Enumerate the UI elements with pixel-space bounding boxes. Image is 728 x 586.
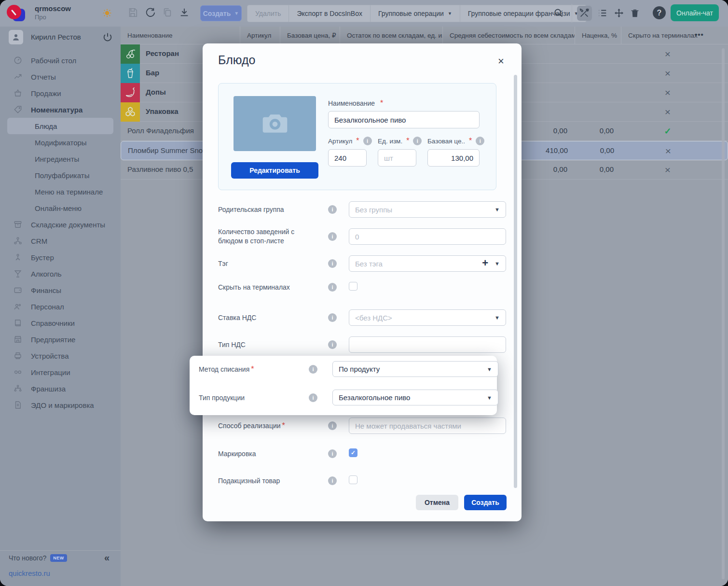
sidebar-item-semifinished[interactable]: Полуфабрикаты <box>0 167 121 183</box>
sidebar-item-alcohol[interactable]: Алкоголь <box>0 265 121 282</box>
edit-photo-button[interactable]: Редактировать <box>231 162 318 179</box>
column-header-markup[interactable]: Наценка, % <box>575 27 621 44</box>
writeoff-method-select[interactable]: По продукту ▼ <box>332 361 498 377</box>
hidden-cross-mark: × <box>621 83 714 102</box>
collapse-sidebar-icon[interactable]: « <box>104 552 110 563</box>
sidebar-item-terminal-menu[interactable]: Меню на терминале <box>0 183 121 200</box>
delete-button[interactable]: Удалить <box>247 5 288 22</box>
sidebar-item-reports[interactable]: Отчеты <box>0 69 121 85</box>
sidebar-item-directories[interactable]: Справочники <box>0 315 121 331</box>
sidebar-item-franchise[interactable]: Франшиза <box>0 380 121 397</box>
info-icon[interactable]: i <box>328 476 337 485</box>
form-row-marking: Маркировка i ✓ <box>218 448 506 459</box>
sidebar-item-warehouse-docs[interactable]: Складские документы <box>0 216 121 233</box>
cherries-icon <box>121 44 140 64</box>
logout-power-icon[interactable] <box>102 32 113 42</box>
list-icon[interactable] <box>597 8 609 19</box>
copy-icon[interactable] <box>162 7 174 19</box>
column-header-avg-cost[interactable]: Средняя себестоимость по всем складам, ₽ <box>443 27 575 44</box>
unit-input[interactable] <box>378 149 416 167</box>
info-icon[interactable]: i <box>328 283 337 292</box>
form-row-writeoff-method: Метод списания* i По продукту ▼ <box>199 361 488 377</box>
column-header-stock[interactable]: Остаток по всем складам, ед. изм. <box>340 27 443 44</box>
info-icon[interactable]: i <box>309 393 317 402</box>
group-operations-franchise-button[interactable]: Групповые операции франчайзи▼ <box>460 5 586 22</box>
export-docsinbox-button[interactable]: Экспорт в DocsInBox <box>288 5 370 22</box>
sidebar-item-integrations[interactable]: Интеграции <box>0 364 121 380</box>
quickresto-site-link[interactable]: quickresto.ru <box>9 569 50 577</box>
marking-checkbox[interactable]: ✓ <box>349 448 357 457</box>
info-icon[interactable]: i <box>328 340 337 349</box>
group-operations-button[interactable]: Групповые операции▼ <box>370 5 460 22</box>
parent-group-select[interactable]: Без группы ▼ <box>349 201 506 218</box>
name-field-label: Наименование* <box>328 99 383 108</box>
sidebar-item-sales[interactable]: Продажи <box>0 85 121 101</box>
table-scrollbar[interactable] <box>722 48 725 579</box>
excisable-checkbox[interactable] <box>349 475 357 484</box>
alcohol-icon <box>14 269 22 278</box>
product-type-select[interactable]: Безалкогольное пиво ▼ <box>332 390 498 405</box>
move-icon[interactable] <box>614 8 625 19</box>
theme-sun-icon[interactable] <box>102 8 112 18</box>
modal-create-button[interactable]: Создать <box>464 495 507 510</box>
create-button[interactable]: Создать ▼ <box>200 5 242 21</box>
vat-rate-select[interactable]: <без НДС> ▼ <box>349 309 506 326</box>
column-header-sku[interactable]: Артикул <box>240 27 280 44</box>
info-icon[interactable]: i <box>328 313 337 322</box>
sidebar-item-enterprise[interactable]: Предприятие <box>0 331 121 348</box>
info-icon[interactable]: i <box>476 137 484 145</box>
sidebar-item-booster[interactable]: Бустер <box>0 249 121 265</box>
user-row[interactable]: Кирилл Рестов <box>0 27 121 48</box>
online-chat-button[interactable]: Онлайн-чат <box>671 4 719 21</box>
modal-scrollbar[interactable] <box>514 75 517 488</box>
hidden-cross-mark: × <box>621 44 714 64</box>
hide-on-terminals-checkbox[interactable] <box>349 282 357 291</box>
column-header-name[interactable]: Наименование <box>121 27 240 44</box>
info-icon[interactable]: i <box>413 137 422 145</box>
honeycomb-icon <box>121 102 140 122</box>
info-icon[interactable]: i <box>328 232 337 241</box>
download-icon[interactable] <box>179 7 191 19</box>
info-icon[interactable]: i <box>309 365 317 374</box>
whats-new-link[interactable]: Что нового? NEW <box>9 554 67 562</box>
name-input[interactable] <box>328 111 480 128</box>
column-header-hidden[interactable]: Скрыто на терминалах <box>621 27 728 44</box>
info-icon[interactable]: i <box>328 205 337 214</box>
sidebar-item-modifiers[interactable]: Модификаторы <box>0 134 121 151</box>
drink-icon <box>121 64 140 83</box>
refresh-icon[interactable] <box>145 7 156 19</box>
column-header-base-price[interactable]: Базовая цена, ₽ <box>280 27 340 44</box>
add-tag-plus-icon[interactable]: + <box>482 257 488 269</box>
sidebar-item-ingredients[interactable]: Ингредиенты <box>0 151 121 167</box>
edo-icon <box>14 401 22 409</box>
sale-method-input[interactable] <box>349 418 506 434</box>
stoplist-count-input[interactable] <box>349 228 506 245</box>
close-icon[interactable]: × <box>498 56 504 67</box>
sidebar-item-dashboard[interactable]: Рабочий стол <box>0 52 121 69</box>
sidebar-item-edo[interactable]: ЭДО и маркировка <box>0 397 121 413</box>
save-icon[interactable] <box>127 7 139 19</box>
tools-icon[interactable] <box>579 8 591 19</box>
more-columns-button[interactable]: ••• <box>695 30 704 39</box>
sidebar-item-devices[interactable]: Устройства <box>0 348 121 364</box>
sidebar-item-staff[interactable]: Персонал <box>0 298 121 315</box>
cancel-button[interactable]: Отмена <box>416 495 458 510</box>
hidden-cross-mark: × <box>621 64 714 83</box>
base-price-input[interactable] <box>427 149 480 167</box>
sidebar-item-nomenclature[interactable]: Номенклатура <box>0 101 121 118</box>
info-icon[interactable]: i <box>328 449 337 458</box>
sidebar-item-online-menu[interactable]: Онлайн-меню <box>0 200 121 216</box>
sidebar-item-crm[interactable]: CRM <box>0 233 121 249</box>
hidden-cross-mark: × <box>621 102 714 122</box>
info-icon[interactable]: i <box>363 137 372 145</box>
sidebar-item-dishes[interactable]: Блюда <box>7 118 113 134</box>
search-icon[interactable] <box>553 8 565 19</box>
help-icon[interactable]: ? <box>653 6 666 19</box>
vat-type-input[interactable] <box>349 336 506 353</box>
sku-input[interactable] <box>328 149 367 167</box>
info-icon[interactable]: i <box>328 421 337 430</box>
info-icon[interactable]: i <box>328 259 337 268</box>
trash-icon[interactable] <box>630 8 641 19</box>
tag-select[interactable]: Без тэга + ▼ <box>349 255 506 272</box>
sidebar-item-finance[interactable]: Финансы <box>0 282 121 298</box>
